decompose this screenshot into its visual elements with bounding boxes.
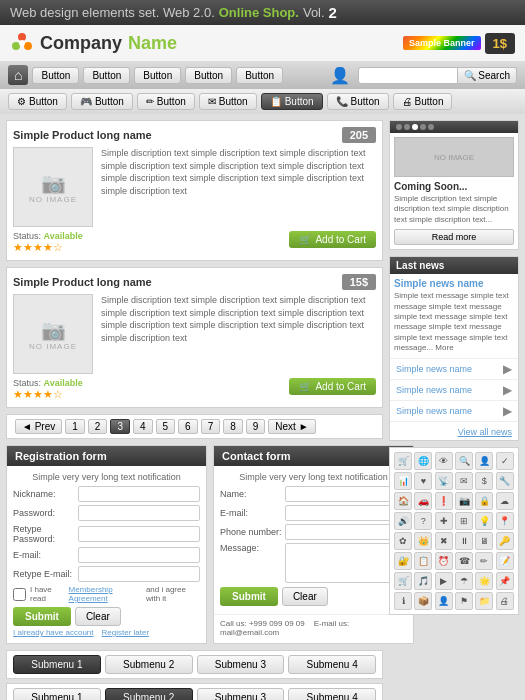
submenu2-btn3[interactable]: Submenu 3 bbox=[197, 688, 285, 700]
home-button[interactable]: ⌂ bbox=[8, 65, 28, 85]
icon-cell-31[interactable]: 📋 bbox=[414, 552, 432, 570]
nav2-btn-7[interactable]: 🖨 Button bbox=[393, 93, 453, 110]
page-2[interactable]: 2 bbox=[88, 419, 108, 434]
icon-cell-37[interactable]: 🎵 bbox=[414, 572, 432, 590]
icon-cell-16[interactable]: 🔒 bbox=[475, 492, 493, 510]
icon-cell-3[interactable]: 🔍 bbox=[455, 452, 473, 470]
nav-button-2[interactable]: Button bbox=[83, 67, 130, 84]
email-input[interactable] bbox=[78, 547, 200, 563]
icon-cell-36[interactable]: 🛒 bbox=[394, 572, 412, 590]
icon-cell-38[interactable]: ▶ bbox=[435, 572, 453, 590]
icon-cell-43[interactable]: 📦 bbox=[414, 592, 432, 610]
submenu2-btn1[interactable]: Submenu 1 bbox=[13, 688, 101, 700]
nav2-btn-3[interactable]: ✏ Button bbox=[137, 93, 195, 110]
icon-cell-7[interactable]: ♥ bbox=[414, 472, 432, 490]
add-to-cart-2[interactable]: 🛒 Add to Cart bbox=[289, 378, 376, 395]
agreement-link[interactable]: Membership Agreement bbox=[69, 585, 142, 603]
icon-cell-29[interactable]: 🔑 bbox=[496, 532, 514, 550]
icon-cell-2[interactable]: 👁 bbox=[435, 452, 453, 470]
icon-cell-47[interactable]: 🖨 bbox=[496, 592, 514, 610]
icon-cell-20[interactable]: ✚ bbox=[435, 512, 453, 530]
icon-cell-9[interactable]: ✉ bbox=[455, 472, 473, 490]
read-more-button[interactable]: Read more bbox=[394, 229, 514, 245]
page-1[interactable]: 1 bbox=[65, 419, 85, 434]
icon-cell-11[interactable]: 🔧 bbox=[496, 472, 514, 490]
icon-cell-34[interactable]: ✏ bbox=[475, 552, 493, 570]
retype-password-input[interactable] bbox=[78, 526, 200, 542]
news-item-title-3[interactable]: Simple news name bbox=[396, 406, 472, 416]
submenu1-btn4[interactable]: Submenu 4 bbox=[288, 655, 376, 674]
icon-cell-33[interactable]: ☎ bbox=[455, 552, 473, 570]
nav-button-3[interactable]: Button bbox=[134, 67, 181, 84]
already-account-link[interactable]: I already have account bbox=[13, 628, 94, 637]
nickname-input[interactable] bbox=[78, 486, 200, 502]
icon-cell-12[interactable]: 🏠 bbox=[394, 492, 412, 510]
icon-cell-25[interactable]: 👑 bbox=[414, 532, 432, 550]
icon-cell-17[interactable]: ☁ bbox=[496, 492, 514, 510]
icon-cell-27[interactable]: ⏸ bbox=[455, 532, 473, 550]
submenu1-btn3[interactable]: Submenu 3 bbox=[197, 655, 285, 674]
icon-cell-1[interactable]: 🌐 bbox=[414, 452, 432, 470]
next-button[interactable]: Next ► bbox=[268, 419, 315, 434]
password-input[interactable] bbox=[78, 505, 200, 521]
register-later-link[interactable]: Register later bbox=[102, 628, 150, 637]
icon-cell-19[interactable]: ? bbox=[414, 512, 432, 530]
icon-cell-45[interactable]: ⚑ bbox=[455, 592, 473, 610]
news-featured-title[interactable]: Simple news name bbox=[394, 278, 514, 289]
icon-cell-0[interactable]: 🛒 bbox=[394, 452, 412, 470]
page-8[interactable]: 8 bbox=[223, 419, 243, 434]
icon-cell-18[interactable]: 🔊 bbox=[394, 512, 412, 530]
icon-cell-4[interactable]: 👤 bbox=[475, 452, 493, 470]
agreement-checkbox[interactable] bbox=[13, 588, 26, 601]
news-item-title-2[interactable]: Simple news name bbox=[396, 385, 472, 395]
page-9[interactable]: 9 bbox=[246, 419, 266, 434]
icon-cell-26[interactable]: ✖ bbox=[435, 532, 453, 550]
icon-cell-21[interactable]: ⊞ bbox=[455, 512, 473, 530]
add-to-cart-1[interactable]: 🛒 Add to Cart bbox=[289, 231, 376, 248]
icon-cell-23[interactable]: 📍 bbox=[496, 512, 514, 530]
nav2-btn-4[interactable]: ✉ Button bbox=[199, 93, 257, 110]
news-item-title-1[interactable]: Simple news name bbox=[396, 364, 472, 374]
submenu2-btn4[interactable]: Submenu 4 bbox=[288, 688, 376, 700]
nav2-btn-6[interactable]: 📞 Button bbox=[327, 93, 389, 110]
search-button[interactable]: 🔍 Search bbox=[458, 67, 517, 84]
icon-cell-44[interactable]: 👤 bbox=[435, 592, 453, 610]
page-6[interactable]: 6 bbox=[178, 419, 198, 434]
contact-clear[interactable]: Clear bbox=[282, 587, 328, 606]
submenu2-btn2[interactable]: Submenu 2 bbox=[105, 688, 193, 700]
icon-cell-40[interactable]: 🌟 bbox=[475, 572, 493, 590]
icon-cell-46[interactable]: 📁 bbox=[475, 592, 493, 610]
icon-cell-39[interactable]: ☂ bbox=[455, 572, 473, 590]
registration-submit[interactable]: Submit bbox=[13, 607, 71, 626]
icon-cell-35[interactable]: 📝 bbox=[496, 552, 514, 570]
page-5[interactable]: 5 bbox=[156, 419, 176, 434]
contact-submit[interactable]: Submit bbox=[220, 587, 278, 606]
icon-cell-8[interactable]: 📡 bbox=[435, 472, 453, 490]
page-7[interactable]: 7 bbox=[201, 419, 221, 434]
nav-button-4[interactable]: Button bbox=[185, 67, 232, 84]
submenu1-btn2[interactable]: Submenu 2 bbox=[105, 655, 193, 674]
icon-cell-6[interactable]: 📊 bbox=[394, 472, 412, 490]
icon-cell-15[interactable]: 📷 bbox=[455, 492, 473, 510]
nav-button-1[interactable]: Button bbox=[32, 67, 79, 84]
icon-cell-10[interactable]: $ bbox=[475, 472, 493, 490]
icon-cell-5[interactable]: ✓ bbox=[496, 452, 514, 470]
icon-cell-14[interactable]: ❗ bbox=[435, 492, 453, 510]
nav2-btn-1[interactable]: ⚙ Button bbox=[8, 93, 67, 110]
search-input[interactable] bbox=[358, 67, 458, 84]
page-4[interactable]: 4 bbox=[133, 419, 153, 434]
icon-cell-32[interactable]: ⏰ bbox=[435, 552, 453, 570]
nav2-btn-5[interactable]: 📋 Button bbox=[261, 93, 323, 110]
view-all-link[interactable]: View all news bbox=[458, 427, 512, 437]
prev-button[interactable]: ◄ Prev bbox=[15, 419, 62, 434]
icon-cell-24[interactable]: ✿ bbox=[394, 532, 412, 550]
icon-cell-28[interactable]: 🖥 bbox=[475, 532, 493, 550]
icon-cell-13[interactable]: 🚗 bbox=[414, 492, 432, 510]
registration-clear[interactable]: Clear bbox=[75, 607, 121, 626]
icon-cell-41[interactable]: 📌 bbox=[496, 572, 514, 590]
icon-cell-30[interactable]: 🔐 bbox=[394, 552, 412, 570]
nav2-btn-2[interactable]: 🎮 Button bbox=[71, 93, 133, 110]
retype-email-input[interactable] bbox=[78, 566, 200, 582]
icon-cell-42[interactable]: ℹ bbox=[394, 592, 412, 610]
page-3[interactable]: 3 bbox=[110, 419, 130, 434]
